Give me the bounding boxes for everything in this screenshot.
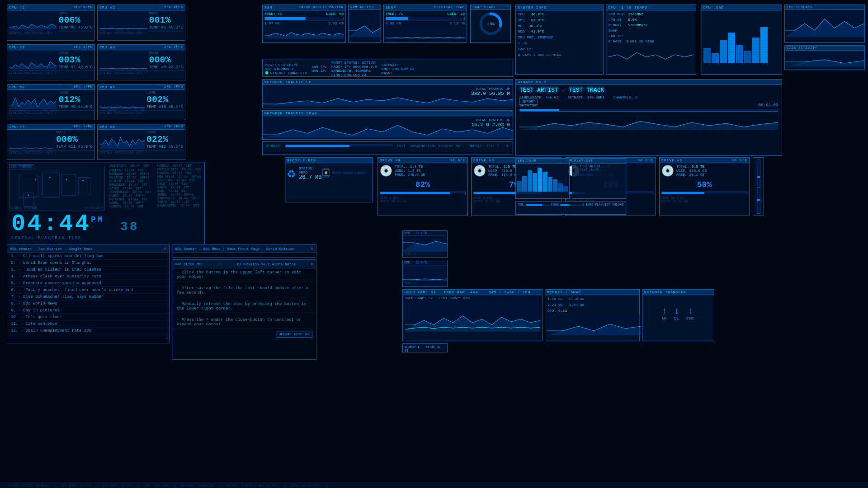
rss1-item-1[interactable]: 1. · Oil spill sparks new drilling ban xyxy=(7,253,169,260)
network-up-panel: NETWORK TRAFFIC UP TOTAL TRAFFIC UP 282.… xyxy=(262,79,513,108)
rss1-item-5[interactable]: 5. · Prostate cancer vaccine approved xyxy=(7,280,169,287)
rss2-header: RSS Reader - BBC News | News Front Page … xyxy=(172,244,316,253)
cpu-panel-7: CPU #7 CPU #FPD USAGE 000% TEMP #11 45.0… xyxy=(7,124,95,160)
import-btn[interactable]: IMPORT xyxy=(519,98,538,105)
upload-icon: ↑ xyxy=(661,306,667,316)
cpu1-title: CPU #1 CPU #FPD xyxy=(7,5,94,10)
svg-rect-0 xyxy=(19,175,38,197)
notes-item-4: · Press the ^ under the close-button to … xyxy=(172,316,316,329)
clock-time: 04:44PM 38 xyxy=(11,212,139,236)
rss1-item-12[interactable]: 12. · Spain unemployment rate 20% xyxy=(7,328,169,334)
rss1-item-7[interactable]: 7. · Give Schumacher time, says Webber xyxy=(7,294,169,300)
sys-info-panel: SYSTEM INFO CPU 46.0°C GPU 52.0°C MB 38.… xyxy=(515,5,604,75)
rss1-item-4[interactable]: 4. · Athens clash over austerity cuts xyxy=(7,273,169,280)
svg-point-5 xyxy=(35,179,36,180)
sync-icon: ↕ xyxy=(686,306,694,316)
winamp-panel: WINAMP V0.2 TEST ARTIST - TEST TRACK SAM… xyxy=(515,79,782,156)
cpu8-title: CPU #8 CPU #FPD xyxy=(98,124,185,130)
hdd-circle-panel: SWAP USAGE 28% xyxy=(470,5,511,43)
ram-panel: RAM INFOR ACCESS MATION FREE: 45 USED: 5… xyxy=(262,5,346,43)
notes-header: =<= CLICK ME! // BlueVision V0.2 Alpha N… xyxy=(172,260,316,268)
disk-gauge-panel xyxy=(753,157,764,216)
top-right-extra2-title: DISK ACTIVITY xyxy=(785,46,864,51)
notes-close-btn[interactable]: ✕ xyxy=(311,261,313,267)
rss1-item-8[interactable]: 8. · BBC World News xyxy=(7,300,169,307)
rss1-item-2[interactable]: 2. · World Expo opens in Shanghai xyxy=(7,260,169,267)
network-info-panel: HOST: GEXTER-PC OS: WINDOWS 7 STATUS: CO… xyxy=(262,59,513,77)
winamp-viz-panel: SPECTRUM xyxy=(515,158,570,199)
svg-point-7 xyxy=(66,179,67,180)
rss1-header: RSS Reader - Top Stories - Google News ✕ xyxy=(7,244,169,253)
cpu-panel-3: CPU #3 CPU #FPD USAGE 003% TEMP #7 42.0°… xyxy=(7,44,95,80)
top-right-extra: CPU THREADS xyxy=(784,5,865,43)
rss1-item-9[interactable]: 9. · Day in pictures xyxy=(7,307,169,314)
ram-swap-cpu-panel: USED RAM: 52 FREE RAM: 44% RAM / SWAP / … xyxy=(402,289,542,341)
rss-panel-1: RSS Reader - Top Stories - Google News ✕… xyxy=(7,244,170,343)
net-up-title: NETWORK TRAFFIC UP xyxy=(263,80,513,85)
clock-display: 04:44PM 38 CENTRAL EUROPEAN TIME xyxy=(11,212,139,240)
swap-panel: SWAP PHYSICAL SWAP FREE: 71 USED: 28 5.9… xyxy=(383,5,467,43)
sys-info-title: SYSTEM INFO xyxy=(516,5,603,10)
hdd4-title: DRIVE #4 38.0°C xyxy=(378,158,467,163)
cpu-panel-4: CPU #4 CPU #FPD USAGE 000% TEMP #8 42.0°… xyxy=(97,44,185,80)
net-down-title: NETWORK TRAFFIC DOWN xyxy=(263,111,513,116)
recycle-title: RECYCLE BIN xyxy=(285,158,373,163)
rss-panel-2: RSS Reader - BBC News | News Front Page … xyxy=(172,244,316,258)
hdd-panel-1: DRIVE #1 38.0°C 💿 TOTAL: 0.9 TE USED: 33… xyxy=(659,157,750,216)
notes-item-2: · After saving the file the text should … xyxy=(172,284,316,297)
svg-text:28%: 28% xyxy=(487,22,495,27)
svg-point-6 xyxy=(49,177,51,178)
cpu-mhz-title: CPU #1-#8 TEMPS xyxy=(606,5,696,10)
hdd-circ-title: SWAP USAGE xyxy=(471,5,510,10)
cpu4-title: CPU #4 CPU #FPD xyxy=(98,45,185,50)
svg-rect-2 xyxy=(62,174,76,196)
hdd-nav-4: ◀ NEXT ▶ 01:45 47 51 xyxy=(402,343,448,352)
rss1-item-11[interactable]: 11. · Life sentence xyxy=(7,321,169,328)
bottom-spu: SPU 58.0°C TEMP 9 xyxy=(402,230,448,258)
ram-graph-extra: RAM ACCESS xyxy=(348,5,381,43)
ram-title: RAM INFOR ACCESS MATION xyxy=(263,5,345,10)
extra-stats-panel: MEMORY / SWAP 1.16 GB 5.56 GB 2.23 GB 2.… xyxy=(545,289,640,341)
hdd1-title: DRIVE #1 38.0°C xyxy=(660,158,749,163)
notes-item-1: · Click the button in the upper left cor… xyxy=(172,268,316,282)
winamp-playlist-title: PLAYLIST xyxy=(572,159,626,164)
synelon-panel: SYNELON INIT COMBINATION: 0/DATA: MET- R… xyxy=(262,141,513,155)
recycle-btn-6[interactable]: 🔒 xyxy=(322,169,330,176)
extra-stats-title: MEMORY / SWAP xyxy=(545,290,639,295)
top-right-extra2: DISK ACTIVITY xyxy=(784,45,865,70)
winamp-title: WINAMP V0.2 xyxy=(516,80,782,85)
ram-extra-title: RAM ACCESS xyxy=(349,5,381,10)
svg-point-8 xyxy=(82,180,84,181)
cpu-mhz-panel: CPU #1-#8 TEMPS CPU MHZ: 2665MHZ CPU #1 … xyxy=(606,5,696,75)
notes-update-btn[interactable]: UPDATE HERE => xyxy=(276,331,312,338)
svg-rect-3 xyxy=(78,178,90,195)
rss1-close-btn[interactable]: ✕ xyxy=(164,246,166,251)
download-icon: ↓ xyxy=(674,306,679,316)
winamp-viz-title: SPECTRUM xyxy=(516,159,569,164)
rss1-item-10[interactable]: 10. · It's quiz time! xyxy=(7,314,169,321)
cpu3-title: CPU #3 CPU #FPD xyxy=(7,45,94,50)
rss1-item-6[interactable]: 6. · 'Pastry poacher' fined over bear's … xyxy=(7,287,169,294)
bar-chart-title: CPU LOAD xyxy=(701,5,782,10)
vol-controls-panel: VOL DOWN INFO PLAYLIST VOLUME xyxy=(515,201,626,215)
winamp-playlist-panel: PLAYLIST 1. TEST ARTIST TEST TRACK QUEUE… xyxy=(572,158,626,199)
top-right-extra-title: CPU THREADS xyxy=(785,5,864,10)
hdd-panel-4: DRIVE #4 38.0°C 💿 TOTAL: 1.4 TE USED: 1.… xyxy=(377,157,468,216)
cpu5-title: CPU #5 CPU #FPD xyxy=(7,84,94,90)
cpu-panel-5: CPU #5 CPU #FPD USAGE 012% TEMP #9 44.0°… xyxy=(7,84,95,120)
ram-swap-cpu-title: USED RAM: 52 FREE RAM: 44% RAM / SWAP / … xyxy=(403,290,542,295)
svg-rect-1 xyxy=(43,173,60,197)
swap-title: SWAP PHYSICAL SWAP xyxy=(384,5,467,10)
rss1-refresh-btn[interactable]: ↻ xyxy=(166,335,168,340)
rss2-close-btn[interactable]: ✕ xyxy=(311,246,313,251)
rss1-item-3[interactable]: 3. · 'Hundred killed' in Chad clashes xyxy=(7,267,169,273)
cpu-panel-6: CPU #6 CPU #FPD USAGE 002% TEMP #10 45.0… xyxy=(97,84,185,120)
svg-point-9 xyxy=(28,194,29,196)
bar-chart-panel: CPU LOAD xyxy=(701,5,782,75)
cpu2-title: CPU #2 CPU #FPD xyxy=(98,5,185,10)
transfer-title: NETWORK TRANSFER xyxy=(642,290,714,295)
recycle-panel: RECYCLE BIN ♻ STATUS: DEMO 26.7 MB ☢ ⚡ ⏻… xyxy=(285,157,373,202)
cpu7-title: CPU #7 CPU #FPD xyxy=(7,124,94,130)
cpu-panel-8: CPU #8 CPU #FPD USAGE 022% TEMP #12 45.0… xyxy=(97,124,185,160)
transfer-panel: NETWORK TRANSFER ↑ UP ↓ DL ↕ SYNC xyxy=(642,289,714,341)
